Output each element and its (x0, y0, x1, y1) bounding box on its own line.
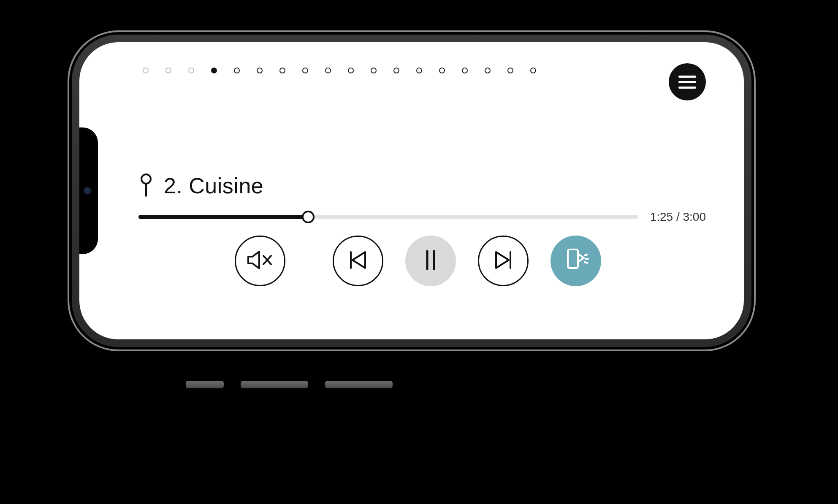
step-pagination (130, 68, 706, 73)
pin-icon (138, 173, 154, 198)
previous-button[interactable] (333, 236, 383, 286)
track-title-row: 2. Cuisine (138, 173, 263, 198)
step-dot-11[interactable] (393, 68, 399, 73)
time-display: 1:25 / 3:00 (650, 210, 706, 224)
skip-forward-icon (492, 249, 515, 273)
step-dot-14[interactable] (462, 68, 468, 73)
progress-fill (138, 215, 308, 219)
screen: 2. Cuisine 1:25 / 3:00 (79, 42, 744, 339)
svg-point-0 (141, 174, 151, 184)
rotate-device-icon (561, 245, 591, 276)
step-dot-17[interactable] (530, 68, 536, 73)
step-dot-3[interactable] (211, 68, 217, 73)
menu-button[interactable] (669, 63, 706, 100)
step-dot-13[interactable] (439, 68, 445, 73)
step-dot-7[interactable] (302, 68, 308, 73)
step-dot-6[interactable] (279, 68, 285, 73)
skip-back-icon (347, 249, 369, 273)
svg-line-9 (585, 255, 587, 255)
progress-bar[interactable] (138, 215, 638, 219)
playback-controls (130, 236, 706, 286)
volume-up-button[interactable] (241, 381, 308, 388)
step-dot-2 (188, 68, 194, 73)
front-camera (83, 186, 92, 195)
pause-icon (422, 249, 439, 273)
rotate-device-button[interactable] (551, 236, 601, 286)
step-dot-1 (165, 68, 171, 73)
time-separator: / (673, 210, 683, 223)
track-title: 2. Cuisine (164, 173, 263, 198)
step-dot-12[interactable] (416, 68, 422, 73)
step-dot-10[interactable] (371, 68, 377, 73)
step-dot-16[interactable] (507, 68, 513, 73)
notch (79, 127, 98, 254)
phone-frame: 2. Cuisine 1:25 / 3:00 (68, 30, 756, 351)
mute-button[interactable] (235, 236, 285, 286)
time-current: 1:25 (650, 210, 673, 223)
step-dot-0 (143, 68, 149, 73)
svg-rect-8 (568, 249, 578, 268)
step-dot-5[interactable] (257, 68, 263, 73)
hamburger-icon (678, 76, 696, 89)
next-button[interactable] (478, 236, 529, 286)
play-pause-button[interactable] (405, 236, 456, 286)
svg-line-11 (585, 262, 587, 263)
silent-switch[interactable] (186, 381, 224, 388)
mute-icon (247, 249, 274, 272)
step-dot-15[interactable] (485, 68, 491, 73)
step-dot-9[interactable] (348, 68, 354, 73)
volume-down-button[interactable] (325, 381, 393, 388)
step-dot-4[interactable] (234, 68, 240, 73)
step-dot-8[interactable] (325, 68, 331, 73)
progress-thumb[interactable] (302, 211, 315, 223)
time-total: 3:00 (683, 210, 706, 223)
